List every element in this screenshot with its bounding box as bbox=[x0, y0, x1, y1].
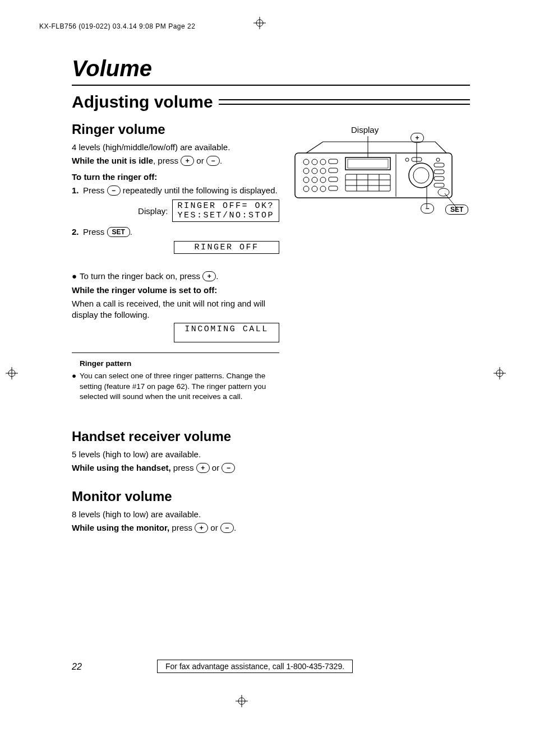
ringer-idle-instruction: While the unit is idle, press + or −. bbox=[72, 155, 279, 166]
ringer-volume-heading: Ringer volume bbox=[72, 122, 279, 137]
crop-mark-bottom-icon bbox=[236, 695, 248, 707]
ringer-off-body: When a call is received, the unit will n… bbox=[72, 298, 279, 321]
step2-pre: Press bbox=[83, 227, 107, 236]
title-rule bbox=[72, 85, 470, 86]
device-plus-key-icon: + bbox=[411, 133, 424, 143]
display-label: Display: bbox=[138, 206, 168, 216]
monitor-levels-text: 8 levels (high to low) are available. bbox=[72, 509, 279, 520]
ringer-off-heading: While the ringer volume is set to off: bbox=[72, 285, 279, 296]
step1-pre: Press bbox=[83, 185, 107, 195]
step-2: 2. Press SET. bbox=[72, 226, 279, 238]
device-display-label: Display bbox=[351, 125, 379, 134]
lcd-display-1: RINGER OFF= OK?YES:SET/NO:STOP bbox=[172, 200, 279, 222]
step-1: 1. Press − repeatedly until the followin… bbox=[72, 185, 279, 196]
display-row-3: INCOMING CALL bbox=[72, 323, 279, 342]
set-key-icon: SET bbox=[107, 227, 130, 237]
step1-post: repeatedly until the following is displa… bbox=[121, 185, 278, 195]
left-column: Ringer volume 4 levels (high/middle/low/… bbox=[72, 119, 279, 536]
content-area: Volume Adjusting volume Ringer volume 4 … bbox=[72, 56, 470, 536]
display-row-1: Display: RINGER OFF= OK?YES:SET/NO:STOP bbox=[72, 200, 279, 222]
minus-key-icon: − bbox=[220, 523, 234, 533]
print-slug: KX-FLB756 (019-022) 03.4.14 9:08 PM Page… bbox=[39, 22, 195, 30]
section-heading-row: Adjusting volume bbox=[72, 92, 470, 112]
ringer-idle-bold: While the unit is idle bbox=[72, 156, 153, 165]
monitor-instruction: While using the monitor, press + or −. bbox=[72, 522, 279, 534]
plus-key-icon: + bbox=[181, 156, 194, 166]
plus-key-icon: + bbox=[195, 523, 208, 533]
section-heading: Adjusting volume bbox=[72, 92, 213, 112]
plus-key-icon: + bbox=[196, 463, 210, 473]
handset-volume-heading: Handset receiver volume bbox=[72, 429, 279, 444]
footer-assistance: For fax advantage assistance, call 1-800… bbox=[157, 660, 353, 673]
device-minus-key-icon: − bbox=[421, 203, 434, 214]
page-number: 22 bbox=[72, 662, 82, 672]
device-set-key-icon: SET bbox=[445, 205, 468, 215]
crop-mark-top-icon bbox=[253, 17, 266, 29]
lcd-display-2: RINGER OFF bbox=[174, 241, 279, 254]
crop-mark-right-icon bbox=[494, 367, 506, 379]
lcd-display-3: INCOMING CALL bbox=[174, 323, 279, 342]
right-column: Display + − SET bbox=[289, 119, 470, 536]
separator-rule bbox=[72, 353, 279, 353]
minus-key-icon: − bbox=[206, 156, 220, 166]
crop-mark-left-icon bbox=[6, 367, 18, 379]
ringer-pattern-body: ● You can select one of three ringer pat… bbox=[72, 371, 279, 402]
handset-instruction: While using the handset, press + or − bbox=[72, 462, 279, 474]
handset-levels-text: 5 levels (high to low) are available. bbox=[72, 449, 279, 460]
monitor-volume-heading: Monitor volume bbox=[72, 489, 279, 504]
fax-machine-icon bbox=[289, 119, 469, 231]
heading-rule-icon bbox=[219, 99, 470, 105]
ringer-idle-press: , press bbox=[153, 156, 181, 165]
page: KX-FLB756 (019-022) 03.4.14 9:08 PM Page… bbox=[0, 0, 535, 756]
page-title: Volume bbox=[72, 56, 470, 81]
turn-ringer-off-heading: To turn the ringer off: bbox=[72, 171, 279, 183]
back-on-pre: To turn the ringer back on, press bbox=[80, 271, 202, 281]
display-row-2: RINGER OFF bbox=[72, 241, 279, 254]
or-text: or bbox=[194, 156, 206, 165]
minus-key-icon: − bbox=[107, 185, 121, 196]
ringer-levels-text: 4 levels (high/middle/low/off) are avail… bbox=[72, 142, 279, 153]
plus-key-icon: + bbox=[202, 271, 216, 281]
minus-key-icon: − bbox=[222, 463, 235, 473]
device-illustration: Display + − SET bbox=[289, 119, 469, 231]
ringer-back-on: ● To turn the ringer back on, press +. bbox=[72, 271, 279, 282]
ringer-pattern-heading: Ringer pattern bbox=[80, 359, 279, 369]
